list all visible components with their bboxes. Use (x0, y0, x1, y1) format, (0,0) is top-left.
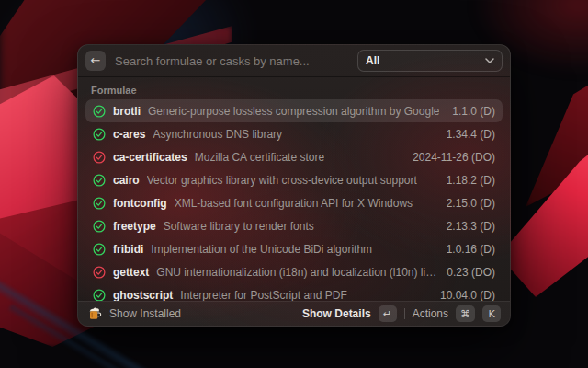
formula-version: 0.23 (DO) (447, 266, 495, 279)
list-item[interactable]: freetype Software library to render font… (85, 214, 503, 237)
formula-version: 1.34.4 (D) (447, 128, 495, 141)
formula-name: fontconfig (113, 197, 167, 210)
formula-name: fribidi (113, 243, 143, 256)
list-item[interactable]: fribidi Implementation of the Unicode Bi… (85, 237, 503, 260)
list-item[interactable]: fontconfig XML-based font configuration … (85, 191, 503, 214)
formula-description: Asynchronous DNS library (153, 128, 282, 141)
footer-bar: Show Installed Show Details ↵ Actions ⌘ … (78, 301, 510, 326)
list-item[interactable]: cairo Vector graphics library with cross… (85, 168, 503, 191)
check-circle-icon (93, 128, 106, 141)
section-header: Formulae (78, 77, 510, 99)
list-item[interactable]: ca-certificates Mozilla CA certificate s… (85, 145, 503, 168)
check-circle-icon (93, 105, 106, 118)
check-circle-icon (93, 266, 106, 279)
chevron-down-icon (485, 58, 494, 63)
formula-name: gettext (113, 266, 149, 279)
footer-left[interactable]: Show Installed (87, 306, 181, 321)
command-key-badge: ⌘ (456, 305, 475, 322)
formula-version: 2.15.0 (D) (447, 197, 495, 210)
formula-description: GNU internationalization (i18n) and loca… (156, 266, 439, 279)
footer-right: Show Details ↵ Actions ⌘ K (302, 305, 501, 322)
results-list: brotli Generic-purpose lossless compress… (78, 99, 510, 301)
back-button[interactable]: ← (85, 51, 106, 71)
formula-description: Implementation of the Unicode BiDi algor… (151, 243, 372, 256)
beer-mug-icon (87, 306, 102, 321)
show-installed-label: Show Installed (109, 307, 181, 320)
formula-name: ca-certificates (113, 151, 187, 164)
formula-name: ghostscript (113, 289, 173, 302)
formula-name: freetype (113, 220, 156, 233)
formula-version: 2024-11-26 (DO) (413, 151, 495, 164)
check-circle-icon (93, 289, 106, 302)
formula-description: Vector graphics library with cross-devic… (147, 174, 417, 187)
formula-name: c-ares (113, 128, 145, 141)
check-circle-icon (93, 197, 106, 210)
check-circle-icon (93, 151, 106, 164)
list-item[interactable]: brotli Generic-purpose lossless compress… (85, 99, 503, 122)
formula-name: brotli (113, 105, 141, 118)
formula-description: Mozilla CA certificate store (195, 151, 324, 164)
formula-version: 1.0.16 (D) (447, 243, 495, 256)
list-item[interactable]: gettext GNU internationalization (i18n) … (85, 260, 503, 283)
desktop: ← Search formulae or casks by name... Al… (0, 0, 588, 368)
filter-dropdown[interactable]: All (357, 50, 503, 72)
formula-description: Generic-purpose lossless compression alg… (148, 105, 439, 118)
formula-name: cairo (113, 174, 140, 187)
check-circle-icon (93, 174, 106, 187)
formula-version: 2.13.3 (D) (447, 220, 495, 233)
return-key-badge: ↵ (379, 305, 397, 322)
show-details-button[interactable]: Show Details (302, 307, 371, 320)
search-palette-window: ← Search formulae or casks by name... Al… (77, 44, 511, 327)
filter-dropdown-value: All (366, 54, 379, 67)
footer-divider (404, 308, 405, 319)
formula-description: XML-based font configuration API for X W… (175, 197, 413, 210)
actions-button[interactable]: Actions (413, 307, 448, 320)
list-item[interactable]: ghostscript Interpreter for PostScript a… (85, 283, 503, 301)
list-item[interactable]: c-ares Asynchronous DNS library 1.34.4 (… (85, 122, 503, 145)
formula-description: Software library to render fonts (164, 220, 314, 233)
search-input[interactable]: Search formulae or casks by name... (115, 54, 348, 68)
k-key-badge: K (482, 305, 501, 322)
formula-version: 1.18.2 (D) (447, 174, 495, 187)
formula-version: 1.1.0 (D) (452, 105, 495, 118)
check-circle-icon (93, 220, 106, 233)
formula-version: 10.04.0 (D) (440, 289, 495, 302)
formula-description: Interpreter for PostScript and PDF (180, 289, 346, 302)
check-circle-icon (93, 243, 106, 256)
search-header: ← Search formulae or casks by name... Al… (78, 45, 510, 77)
